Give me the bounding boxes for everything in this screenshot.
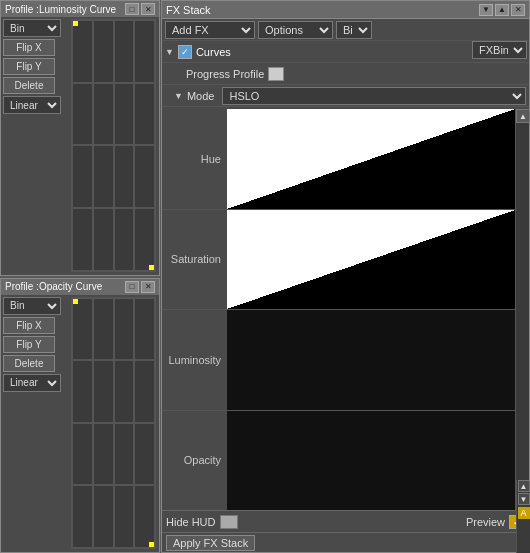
grid-cell [72,83,93,146]
channels-scrollbar: ▲ ▼ [515,109,529,510]
fxbin-select[interactable]: FXBin ▼ [472,41,527,59]
scroll-track [516,123,529,496]
grid-cell [114,83,135,146]
luminosity-delete-btn[interactable]: Delete [3,77,55,94]
grid-cell [72,360,93,423]
luminosity-flip-y-btn[interactable]: Flip Y [3,58,55,75]
curve-point-br[interactable] [149,542,154,547]
progress-color-swatch[interactable] [268,67,284,81]
grid-cell [93,423,114,486]
grid-cell [134,298,155,361]
curve-point-tl[interactable] [73,21,78,26]
curves-arrow: ▼ [165,47,174,57]
luminosity-graph [71,19,156,272]
bottom-bar: Hide HUD Preview [162,510,529,532]
grid-cell [93,20,114,83]
grid-cell [114,485,135,548]
channel-opacity: Opacity [162,411,515,511]
hue-gradient [227,109,515,209]
add-fx-select[interactable]: Add FX [165,21,255,39]
channel-luminosity: Luminosity [162,310,515,411]
hue-label: Hue [162,153,227,165]
preview-label: Preview [466,516,505,528]
bin-select[interactable]: Bin [336,21,372,39]
far-scroll-down-btn[interactable]: ▼ [518,493,530,505]
curve-point-br[interactable] [149,265,154,270]
fx-stack-toolbar: Add FX Options Bin [162,19,529,41]
apply-row: Apply FX Stack [162,532,529,552]
grid-cell [93,485,114,548]
far-scroll-up-btn[interactable]: ▲ [518,480,530,492]
grid-cell [93,83,114,146]
fx-stack-titlebar: FX Stack ▼ ▲ ✕ [162,1,529,19]
opacity-graph [71,297,156,550]
opacity-titlebar: Profile :Opacity Curve □ ✕ [1,279,159,295]
opacity-flip-x-btn[interactable]: Flip X [3,317,55,334]
saturation-gradient [227,210,515,310]
luminosity-close-btn[interactable]: ✕ [141,3,155,15]
grid-cell [72,485,93,548]
close-btn[interactable]: ✕ [511,4,525,16]
grid-cell [72,20,93,83]
grid-cell [93,145,114,208]
luminosity-curve-panel: Profile :Luminosity Curve □ ✕ Bin Flip X… [0,0,160,276]
opacity-close-btn[interactable]: ✕ [141,281,155,293]
titlebar-buttons: ▼ ▲ ✕ [479,4,525,16]
grid-cell [72,423,93,486]
grid-cell [114,298,135,361]
channel-saturation: Saturation [162,210,515,311]
luminosity-preview [227,310,515,410]
grid-cell [134,20,155,83]
saturation-preview [227,210,515,310]
luminosity-label: Luminosity [162,354,227,366]
luminosity-flip-x-btn[interactable]: Flip X [3,39,55,56]
grid-cell [114,20,135,83]
apply-fx-stack-btn[interactable]: Apply FX Stack [166,535,255,551]
mode-select[interactable]: HSLO [222,87,526,105]
grid-cell [93,208,114,271]
grid-cell [114,423,135,486]
grid-cell [72,145,93,208]
options-select[interactable]: Options [258,21,333,39]
opacity-flip-y-btn[interactable]: Flip Y [3,336,55,353]
saturation-label: Saturation [162,253,227,265]
grid-cell [114,145,135,208]
minimize-btn[interactable]: ▼ [479,4,493,16]
fxbin-label: FXBin ▼ [472,41,527,59]
luminosity-linear-select[interactable]: Linear [3,96,61,114]
opacity-preview [227,411,515,511]
fx-stack-window: FX Stack ▼ ▲ ✕ Add FX Options Bin FXBin … [161,0,530,553]
mode-row: ▼ Mode HSLO [162,85,529,107]
channels-area: Hue Saturation Luminosity Opacity [162,109,515,510]
left-panels: Profile :Luminosity Curve □ ✕ Bin Flip X… [0,0,160,553]
scroll-up-btn[interactable]: ▲ [516,109,530,123]
opacity-bin-select[interactable]: Bin [3,297,61,315]
opacity-delete-btn[interactable]: Delete [3,355,55,372]
hide-hud-swatch[interactable] [220,515,238,529]
grid-cell [134,423,155,486]
curves-checkbox[interactable] [178,45,192,59]
mode-label: Mode [187,90,215,102]
luminosity-titlebar: Profile :Luminosity Curve □ ✕ [1,1,159,17]
grid-cell [114,208,135,271]
grid-cell [134,360,155,423]
grid-cell [134,145,155,208]
hue-preview [227,109,515,209]
luminosity-restore-btn[interactable]: □ [125,3,139,15]
maximize-btn[interactable]: ▲ [495,4,509,16]
luminosity-bin-select[interactable]: Bin [3,19,61,37]
grid-cell [93,298,114,361]
grid-cell [134,83,155,146]
grid-cell [134,208,155,271]
a-label: A [518,507,530,519]
opacity-linear-select[interactable]: Linear [3,374,61,392]
opacity-restore-btn[interactable]: □ [125,281,139,293]
channel-hue: Hue [162,109,515,210]
grid-cell [72,208,93,271]
curves-label: Curves [196,46,231,58]
grid-cell [134,485,155,548]
mode-arrow: ▼ [174,91,183,101]
opacity-title: Profile :Opacity Curve [5,281,102,292]
progress-profile-label: Progress Profile [186,68,264,80]
curve-point-tl[interactable] [73,299,78,304]
